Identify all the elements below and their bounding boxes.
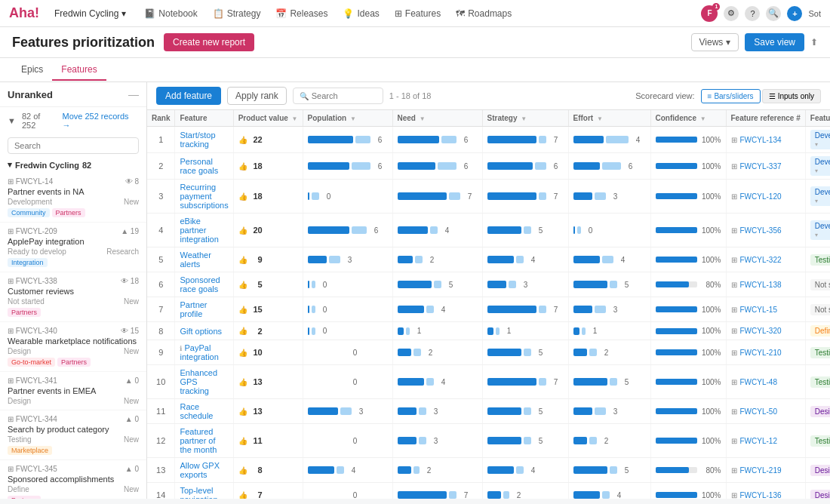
feature-link[interactable]: Featured partner of the month [180, 427, 217, 454]
col-header-effort[interactable]: Effort ▼ [568, 110, 650, 127]
status-badge[interactable]: Define ▾ [810, 325, 830, 337]
vote-icon: 👍 [238, 162, 247, 171]
status-badge[interactable]: Testing ▾ [810, 376, 830, 388]
move-records[interactable]: Move 252 records → [63, 112, 140, 130]
status-badge[interactable]: Testing ▾ [810, 347, 830, 358]
feature-link[interactable]: Allow GPX exports [180, 461, 220, 479]
status-badge[interactable]: Design ▾ [810, 465, 830, 476]
table-row: 2 Personal race goals 👍 18 6 6 6 6 [147, 153, 830, 180]
bars-sliders-btn[interactable]: ≡ Bars/sliders [701, 89, 761, 103]
status-badge[interactable]: Design ▾ [810, 406, 830, 417]
sidebar-list-item[interactable]: ⊞ FWCYL-340 👁 15 Wearable marketplace no… [0, 322, 146, 372]
nav-releases[interactable]: 📅 Releases [269, 5, 334, 22]
ref-number[interactable]: FWCYL-48 [740, 378, 777, 386]
sidebar-list-item[interactable]: ⊞ FWCYL-209 ▲ 19 ApplePay integration Re… [0, 223, 146, 272]
search-icon[interactable]: 🔍 [766, 6, 781, 21]
filter-icon[interactable]: ▼ [8, 116, 16, 125]
ref-number[interactable]: FWCYL-320 [740, 327, 782, 335]
section-label: Fredwin Cycling [15, 161, 79, 170]
col-header-product-value[interactable]: Product value ▼ [233, 110, 303, 127]
sidebar: Unranked — ▼ 82 of 252 Move 252 records … [0, 82, 147, 499]
tab-epics[interactable]: Epics [12, 60, 52, 81]
ref-number[interactable]: FWCYL-120 [740, 192, 782, 201]
feature-link[interactable]: Partner profile [180, 300, 207, 318]
nav-strategy[interactable]: 📋 Strategy [207, 5, 267, 22]
feature-link[interactable]: eBike partner integration [180, 217, 218, 244]
sidebar-search-input[interactable] [8, 137, 139, 154]
strategy-cell: 4 [482, 247, 568, 272]
main-layout: Unranked — ▼ 82 of 252 Move 252 records … [0, 82, 830, 499]
ref-number[interactable]: FWCYL-12 [740, 437, 777, 445]
sidebar-list-item[interactable]: ⊞ FWCYL-338 👁 18 Customer reviews Not st… [0, 272, 146, 322]
rank-cell: 14 [147, 483, 175, 499]
ref-number[interactable]: FWCYL-136 [740, 491, 782, 499]
sidebar-list-item[interactable]: ⊞ FWCYL-14 👁 8 Partner events in NA Deve… [0, 173, 146, 223]
help-icon[interactable]: ? [745, 6, 760, 21]
feature-link[interactable]: Enhanced GPS tracking [180, 368, 217, 395]
col-header-population[interactable]: Population ▼ [303, 110, 392, 127]
col-header-need[interactable]: Need ▼ [392, 110, 482, 127]
tag: Partners [8, 308, 41, 317]
status-badge[interactable]: Not started ▾ [810, 279, 830, 290]
confidence-cell: 80% [650, 458, 726, 483]
nav-roadmaps[interactable]: 🗺 Roadmaps [450, 5, 518, 22]
sidebar-list-item[interactable]: ⊞ FWCYL-344 ▲ 0 Search by product catego… [0, 410, 146, 460]
inputs-only-btn[interactable]: ☰ Inputs only [762, 89, 821, 103]
col-header-feature[interactable]: Feature [175, 110, 233, 127]
nav-notebook[interactable]: 📓 Notebook [138, 5, 203, 22]
ref-number[interactable]: FWCYL-50 [740, 407, 777, 416]
views-button[interactable]: Views ▾ [691, 33, 739, 51]
add-icon[interactable]: + [787, 6, 802, 21]
info-icon[interactable]: ℹ [180, 345, 182, 352]
feature-link[interactable]: Personal race goals [180, 157, 218, 175]
col-header-confidence[interactable]: Confidence ▼ [650, 110, 726, 127]
status-badge[interactable]: Testing ▾ [810, 254, 830, 266]
user-avatar[interactable]: F 1 [701, 5, 718, 22]
ref-number[interactable]: FWCYL-337 [740, 162, 782, 171]
save-view-button[interactable]: Save view [745, 33, 804, 51]
ref-number[interactable]: FWCYL-210 [740, 349, 782, 357]
status-badge[interactable]: Development ▾ [810, 186, 830, 206]
feature-link[interactable]: Weather alerts [180, 250, 211, 269]
workspace-selector[interactable]: Fredwin Cycling ▾ [54, 8, 126, 19]
ref-number[interactable]: FWCYL-322 [740, 256, 782, 264]
sidebar-section[interactable]: ▾ Fredwin Cycling 82 [0, 157, 146, 173]
sidebar-list-item[interactable]: ⊞ FWCYL-345 ▲ 0 Sponsored accomplishment… [0, 460, 146, 499]
share-icon[interactable]: ⬆ [810, 37, 818, 48]
sidebar-collapse-icon[interactable]: — [128, 88, 139, 100]
ref-number[interactable]: FWCYL-356 [740, 226, 782, 235]
nav-features[interactable]: ⊞ Features [389, 5, 447, 22]
status-badge[interactable]: Design ▾ [810, 490, 830, 499]
col-header-strategy[interactable]: Strategy ▼ [482, 110, 568, 127]
ref-number[interactable]: FWCYL-15 [740, 306, 777, 314]
feature-link[interactable]: Top-level navigation [180, 486, 217, 499]
status-badge[interactable]: Development ▾ [810, 220, 830, 240]
feature-link[interactable]: Start/stop tracking [180, 131, 215, 149]
rank-cell: 1 [147, 127, 175, 153]
vote-icon: 👍 [238, 281, 247, 289]
sidebar-list-item[interactable]: ⊞ FWCYL-341 ▲ 0 Partner events in EMEA D… [0, 372, 146, 410]
strategy-cell: 2 [482, 483, 568, 499]
status-badge[interactable]: Not started ▾ [810, 304, 830, 315]
apply-rank-button[interactable]: Apply rank [227, 87, 287, 105]
feature-link[interactable]: Recurring payment subscriptions [180, 183, 228, 210]
ref-number[interactable]: FWCYL-138 [740, 281, 782, 289]
settings-icon[interactable]: ⚙ [724, 6, 739, 21]
create-report-button[interactable]: Create new report [164, 33, 254, 51]
status-badge[interactable]: Development ▾ [810, 130, 830, 149]
status-badge[interactable]: Development ▾ [810, 156, 830, 176]
ref-number[interactable]: FWCYL-219 [740, 466, 782, 475]
tab-features[interactable]: Features [52, 60, 106, 81]
confidence-fill [656, 467, 689, 473]
feature-link[interactable]: Gift options [180, 327, 222, 336]
app-logo[interactable]: Aha! [9, 5, 39, 21]
need-cell: 6 [392, 153, 482, 180]
feature-link[interactable]: PayPal integration [180, 343, 218, 361]
nav-ideas[interactable]: 💡 Ideas [337, 5, 385, 22]
feature-link[interactable]: Sponsored race goals [180, 275, 220, 293]
search-input[interactable] [312, 91, 372, 100]
add-feature-button[interactable]: Add feature [156, 87, 221, 105]
ref-number[interactable]: FWCYL-134 [740, 136, 782, 144]
feature-link[interactable]: Race schedule [180, 402, 213, 420]
status-badge[interactable]: Testing ▾ [810, 435, 830, 447]
